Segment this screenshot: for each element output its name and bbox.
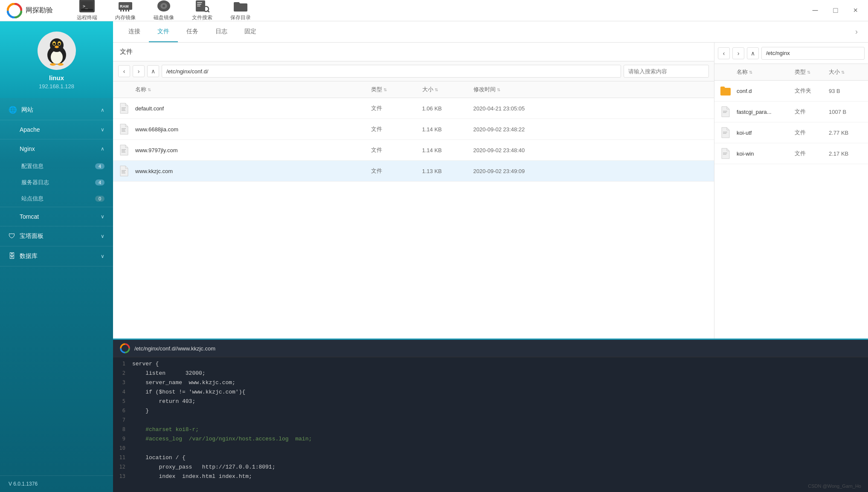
sidebar-item-baota[interactable]: 🛡 宝塔面板 ∨ [0, 226, 113, 246]
left-panel-toolbar: ‹ › ∧ [113, 61, 714, 81]
save-dir-tool[interactable]: 保存目录 [224, 0, 258, 23]
table-row[interactable]: koi-utf 文件 2.77 KB [714, 122, 868, 143]
sidebar-item-tomcat[interactable]: Tomcat ∨ [0, 207, 113, 226]
right-col-size[interactable]: 大小⇅ [829, 68, 863, 76]
col-date[interactable]: 修改时间⇅ [473, 86, 709, 93]
svg-rect-7 [123, 10, 124, 12]
file-size: 93 B [829, 88, 863, 94]
right-forward-btn[interactable]: › [732, 47, 744, 59]
col-size[interactable]: 大小⇅ [422, 86, 473, 93]
file-search-icon [195, 0, 210, 12]
file-search-tool[interactable]: 文件搜索 [185, 0, 219, 23]
remote-terminal-icon: >_ [79, 0, 95, 12]
sidebar-item-apache[interactable]: Apache ∨ [0, 120, 113, 139]
svg-rect-15 [197, 4, 201, 5]
file-name: default.conf [135, 105, 371, 112]
svg-rect-9 [128, 10, 129, 12]
left-table-header: 名称⇅ 类型⇅ 大小⇅ 修改时间⇅ [113, 81, 714, 98]
line-content: #access_log /var/log/nginx/host.access.l… [132, 436, 312, 442]
tab-log[interactable]: 日志 [207, 21, 236, 42]
sidebar-item-website[interactable]: 🌐 网站 ∧ [0, 100, 113, 120]
line-number: 5 [113, 398, 132, 404]
sidebar-sub-item-site-info[interactable]: 站点信息 0 [0, 191, 113, 207]
right-back-btn[interactable]: ‹ [718, 47, 730, 59]
col-icon [118, 86, 135, 93]
svg-rect-32 [122, 128, 126, 129]
table-row[interactable]: www.kkzjc.com 文件 1.13 KB 2020-09-02 23:4… [113, 161, 714, 182]
minimize-btn[interactable]: ─ [809, 4, 822, 17]
svg-rect-37 [122, 152, 125, 153]
top-tabs: 连接 文件 任务 日志 固定 › [113, 21, 868, 43]
sidebar-item-database[interactable]: 🗄 数据库 ∨ [0, 246, 113, 266]
apache-arrow: ∨ [101, 127, 105, 133]
ram-image-tool[interactable]: RAM 内存镜像 [108, 0, 142, 23]
right-col-name[interactable]: 名称⇅ [737, 68, 795, 76]
file-search-label: 文件搜索 [192, 14, 212, 21]
sidebar-sub-item-server-log[interactable]: 服务器日志 4 [0, 174, 113, 191]
file-size: 1007 B [829, 109, 863, 115]
right-path-input[interactable] [761, 47, 865, 60]
disk-image-tool[interactable]: 磁盘镜像 [147, 0, 181, 23]
svg-rect-31 [122, 110, 125, 111]
code-line: 4 if ($host != 'www.kkzjc.com'){ [113, 389, 868, 398]
code-preview: /etc/nginx/conf.d//www.kkzjc.com 1 serve… [113, 339, 868, 492]
col-type[interactable]: 类型⇅ [371, 86, 422, 93]
baota-icon: 🛡 [9, 232, 15, 240]
code-lines: 1 server { 2 listen 32000; 3 server_name… [113, 361, 868, 483]
menu-section-tomcat: Tomcat ∨ [0, 207, 113, 226]
file-size: 1.14 KB [422, 147, 473, 153]
code-line: 11 location / { [113, 454, 868, 464]
right-file-rows: conf.d 文件夹 93 B fastcgi_para... 文件 1007 … [714, 81, 868, 339]
svg-line-18 [208, 11, 209, 12]
code-line: 6 } [113, 408, 868, 417]
version-text: V 6.0.1.1376 [9, 481, 38, 487]
tab-task[interactable]: 任务 [178, 21, 207, 42]
svg-rect-40 [122, 173, 125, 174]
up-btn[interactable]: ∧ [147, 65, 159, 77]
code-line: 5 return 403; [113, 398, 868, 408]
svg-rect-35 [122, 149, 126, 150]
table-row[interactable]: conf.d 文件夹 93 B [714, 81, 868, 101]
file-type: 文件夹 [795, 87, 829, 95]
line-content: if ($host != 'www.kkzjc.com'){ [132, 389, 245, 395]
line-number: 8 [113, 426, 132, 432]
file-type: 文件 [795, 129, 829, 136]
table-row[interactable]: www.6688jia.com 文件 1.14 KB 2020-09-02 23… [113, 119, 714, 140]
back-btn[interactable]: ‹ [118, 65, 130, 77]
line-content: location / { [132, 454, 186, 461]
config-badge: 4 [95, 163, 105, 169]
sidebar-sub-item-config[interactable]: 配置信息 4 [0, 158, 113, 174]
sidebar-item-nginx[interactable]: Nginx ∧ [0, 139, 113, 158]
tab-connect[interactable]: 连接 [120, 21, 149, 42]
table-row[interactable]: fastcgi_para... 文件 1007 B [714, 101, 868, 122]
maximize-btn[interactable]: □ [830, 4, 842, 17]
table-row[interactable]: www.9797jly.com 文件 1.14 KB 2020-09-02 23… [113, 140, 714, 161]
svg-point-27 [50, 63, 56, 66]
close-btn[interactable]: × [850, 4, 861, 17]
svg-rect-45 [723, 153, 727, 153]
nginx-arrow: ∧ [101, 146, 105, 152]
left-panel-title: 文件 [120, 48, 133, 55]
col-name[interactable]: 名称⇅ [135, 86, 371, 93]
website-icon: 🌐 [9, 106, 17, 114]
remote-terminal-tool[interactable]: >_ 远程终端 [70, 0, 104, 23]
line-number: 9 [113, 436, 132, 442]
search-input[interactable] [624, 65, 709, 78]
baota-label: 宝塔面板 [20, 232, 101, 240]
menu-section-website: 🌐 网站 ∧ [0, 100, 113, 120]
left-file-table: 名称⇅ 类型⇅ 大小⇅ 修改时间⇅ [113, 81, 714, 339]
right-col-type[interactable]: 类型⇅ [795, 68, 829, 76]
tab-expand-btn[interactable]: › [852, 21, 861, 42]
tab-file[interactable]: 文件 [149, 21, 178, 42]
forward-btn[interactable]: › [133, 65, 145, 77]
table-row[interactable]: default.conf 文件 1.06 KB 2020-04-21 23:05… [113, 98, 714, 119]
watermark: CSDN @Wong_Garn_Ho [808, 483, 861, 489]
tab-pin[interactable]: 固定 [236, 21, 265, 42]
right-up-btn[interactable]: ∧ [747, 47, 759, 59]
path-input[interactable] [162, 65, 621, 78]
menu-section-apache: Apache ∨ [0, 120, 113, 139]
svg-rect-41 [723, 111, 727, 112]
code-line: 8 #charset koi8-r; [113, 426, 868, 436]
table-row[interactable]: koi-win 文件 2.17 KB [714, 143, 868, 164]
profile-ip: 192.168.1.128 [39, 83, 74, 90]
